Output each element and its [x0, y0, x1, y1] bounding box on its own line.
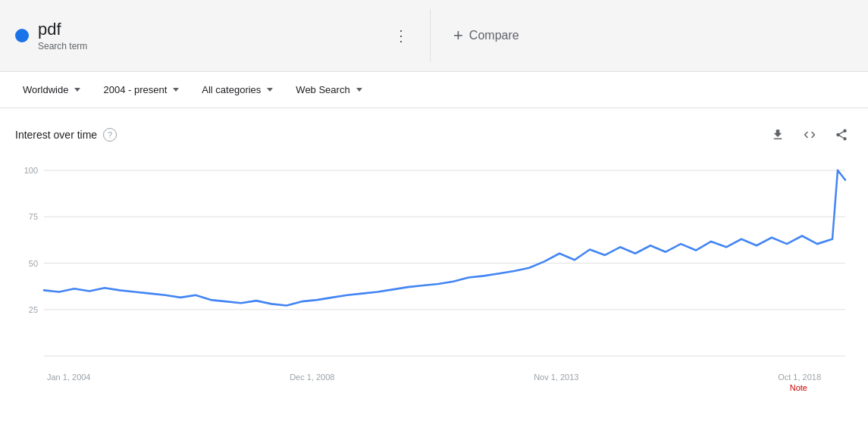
- chart-header: Interest over time ?: [15, 116, 853, 154]
- compare-label: Compare: [469, 29, 519, 42]
- search-term-label: Search term: [38, 41, 87, 51]
- period-filter[interactable]: 2004 - present: [96, 80, 186, 100]
- search-type-filter-label: Web Search: [296, 84, 349, 95]
- menu-dots-icon[interactable]: ⋮: [387, 20, 415, 51]
- chart-svg: 100 75 50 25: [15, 157, 853, 370]
- x-axis-labels: Jan 1, 2004 Dec 1, 2008 Nov 1, 2013 Oct …: [15, 370, 853, 382]
- chart-section: Interest over time ?: [0, 108, 868, 392]
- period-filter-label: 2004 - present: [103, 84, 167, 95]
- search-type-filter-arrow: [356, 88, 362, 92]
- search-term-row: pdf Search term ⋮ + Compare: [0, 0, 868, 72]
- search-type-filter[interactable]: Web Search: [288, 80, 369, 100]
- divider: [430, 9, 431, 62]
- filters-row: Worldwide 2004 - present All categories …: [0, 72, 868, 108]
- search-term-text-block: pdf Search term: [38, 20, 87, 51]
- chart-note-text: Note: [790, 383, 807, 392]
- region-filter-label: Worldwide: [23, 84, 68, 95]
- chart-actions: [766, 123, 853, 146]
- svg-text:100: 100: [24, 166, 38, 175]
- embed-button[interactable]: [798, 123, 821, 146]
- x-label-2: Dec 1, 2008: [290, 373, 334, 382]
- search-term-left: pdf Search term ⋮: [15, 20, 415, 51]
- category-filter-arrow: [267, 88, 273, 92]
- region-filter[interactable]: Worldwide: [15, 80, 88, 100]
- share-button[interactable]: [830, 123, 853, 146]
- search-term-dot: [15, 29, 29, 42]
- search-term-value: pdf: [38, 20, 87, 39]
- svg-text:25: 25: [29, 305, 38, 314]
- region-filter-arrow: [74, 88, 80, 92]
- chart-note: Note: [15, 383, 853, 392]
- category-filter-label: All categories: [202, 84, 261, 95]
- category-filter[interactable]: All categories: [194, 80, 280, 100]
- compare-button[interactable]: + Compare: [453, 26, 519, 45]
- svg-text:75: 75: [29, 212, 38, 221]
- compare-section: + Compare: [446, 26, 853, 45]
- chart-title-group: Interest over time ?: [15, 128, 117, 142]
- x-label-3: Nov 1, 2013: [534, 373, 578, 382]
- x-label-4: Oct 1, 2018: [778, 373, 821, 382]
- chart-title: Interest over time: [15, 129, 97, 141]
- period-filter-arrow: [173, 88, 179, 92]
- chart-container: 100 75 50 25: [15, 157, 853, 370]
- x-label-1: Jan 1, 2004: [47, 373, 91, 382]
- download-button[interactable]: [766, 123, 789, 146]
- compare-plus-icon: +: [453, 26, 463, 45]
- svg-text:50: 50: [29, 258, 38, 267]
- help-icon[interactable]: ?: [103, 128, 117, 142]
